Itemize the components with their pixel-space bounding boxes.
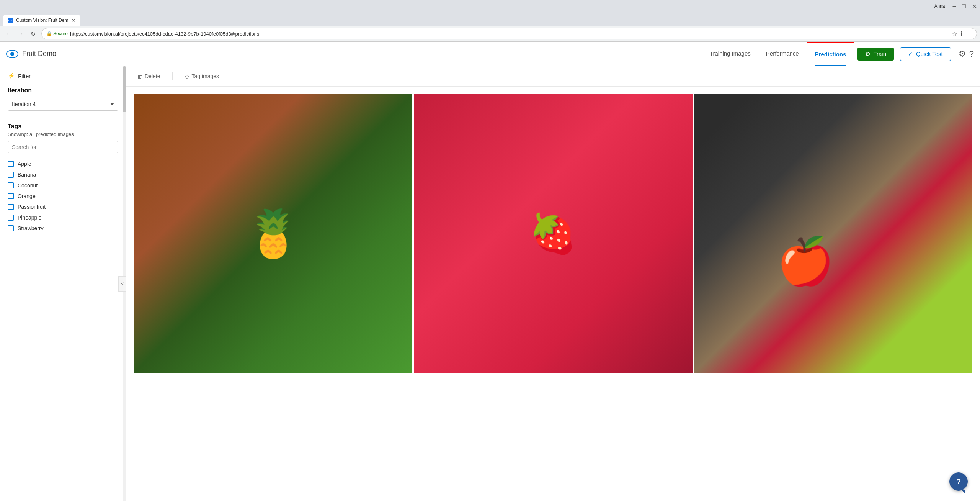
tag-checkbox-apple[interactable] bbox=[8, 161, 14, 167]
help-fab[interactable]: ? bbox=[949, 472, 968, 491]
browser-tab[interactable]: CV Custom Vision: Fruit Dem ✕ bbox=[3, 15, 80, 26]
app-logo: Fruit Demo bbox=[6, 48, 56, 60]
showing-label: Showing: all predicted images bbox=[8, 131, 118, 137]
logo-icon bbox=[6, 48, 18, 60]
train-gear-icon: ⚙ bbox=[865, 51, 870, 57]
tag-checkbox-orange[interactable] bbox=[8, 193, 14, 199]
tag-label-pineapple: Pineapple bbox=[18, 215, 41, 221]
user-name: Anna bbox=[934, 3, 945, 9]
images-grid bbox=[126, 87, 980, 380]
train-button[interactable]: ⚙ Train bbox=[858, 48, 894, 61]
collapse-sidebar-button[interactable]: < bbox=[118, 276, 126, 292]
check-icon: ✓ bbox=[908, 51, 913, 57]
nav-buttons: ← → ↻ bbox=[3, 28, 38, 39]
title-bar: Anna – □ ✕ bbox=[0, 0, 980, 12]
tag-images-button[interactable]: ◇ Tag images bbox=[182, 72, 222, 81]
content-toolbar: 🗑 Delete ◇ Tag images bbox=[126, 66, 980, 87]
content-area: 🗑 Delete ◇ Tag images bbox=[126, 66, 980, 501]
reload-button[interactable]: ↻ bbox=[28, 28, 38, 39]
main-layout: ⚡ Filter Iteration Iteration 4 Tags Show… bbox=[0, 66, 980, 501]
favicon: CV bbox=[8, 18, 13, 23]
tag-item-strawberry[interactable]: Strawberry bbox=[8, 223, 118, 234]
close-tab-button[interactable]: ✕ bbox=[71, 17, 76, 23]
tag-label-coconut: Coconut bbox=[18, 182, 38, 188]
nav-predictions[interactable]: Predictions bbox=[807, 42, 855, 66]
tags-title: Tags bbox=[8, 123, 118, 130]
close-button[interactable]: ✕ bbox=[972, 3, 977, 10]
tag-item-pineapple[interactable]: Pineapple bbox=[8, 212, 118, 223]
scroll-thumb[interactable] bbox=[123, 66, 126, 112]
url-text: https://customvision.ai/projects/ec4105d… bbox=[70, 31, 259, 37]
back-button[interactable]: ← bbox=[3, 28, 14, 39]
info-icon[interactable]: ℹ bbox=[960, 30, 963, 38]
tag-item-apple[interactable]: Apple bbox=[8, 159, 118, 169]
url-actions: ☆ ℹ ⋮ bbox=[952, 30, 972, 38]
iteration-dropdown[interactable]: Iteration 4 bbox=[8, 98, 118, 111]
tag-label-apple: Apple bbox=[18, 161, 31, 167]
tag-checkbox-banana[interactable] bbox=[8, 172, 14, 178]
tag-item-banana[interactable]: Banana bbox=[8, 169, 118, 180]
tag-label-orange: Orange bbox=[18, 193, 36, 199]
filter-label: Filter bbox=[18, 73, 31, 79]
delete-button[interactable]: 🗑 Delete bbox=[134, 72, 163, 81]
tag-checkbox-passionfruit[interactable] bbox=[8, 204, 14, 210]
tag-item-coconut[interactable]: Coconut bbox=[8, 180, 118, 191]
nav-performance[interactable]: Performance bbox=[758, 42, 807, 66]
tag-item-orange[interactable]: Orange bbox=[8, 191, 118, 202]
tag-label-passionfruit: Passionfruit bbox=[18, 204, 46, 210]
window-controls: – □ ✕ bbox=[952, 3, 977, 10]
browser-chrome: Anna – □ ✕ CV Custom Vision: Fruit Dem ✕… bbox=[0, 0, 980, 42]
tag-label-strawberry: Strawberry bbox=[18, 225, 44, 231]
maximize-button[interactable]: □ bbox=[962, 3, 966, 10]
settings-icon[interactable]: ⚙ bbox=[959, 49, 966, 59]
url-bar[interactable]: 🔒 Secure https://customvision.ai/project… bbox=[41, 28, 977, 39]
trash-icon: 🗑 bbox=[137, 73, 142, 79]
nav-training-images[interactable]: Training Images bbox=[702, 42, 758, 66]
filter-icon: ⚡ bbox=[8, 72, 15, 79]
app-title: Fruit Demo bbox=[22, 50, 56, 58]
tag-label-banana: Banana bbox=[18, 172, 36, 178]
tag-search-input[interactable] bbox=[8, 141, 118, 153]
tab-bar: CV Custom Vision: Fruit Dem ✕ bbox=[0, 12, 980, 26]
minimize-button[interactable]: – bbox=[952, 3, 956, 10]
address-bar: ← → ↻ 🔒 Secure https://customvision.ai/p… bbox=[0, 26, 980, 41]
help-fab-icon: ? bbox=[956, 477, 961, 486]
active-underline bbox=[815, 65, 846, 66]
menu-icon[interactable]: ⋮ bbox=[966, 30, 972, 38]
tab-title: Custom Vision: Fruit Dem bbox=[16, 18, 68, 23]
tags-section: Tags Showing: all predicted images Apple… bbox=[8, 123, 118, 234]
svg-point-1 bbox=[10, 52, 14, 56]
image-card-pineapple[interactable] bbox=[134, 94, 412, 373]
tag-checkbox-coconut[interactable] bbox=[8, 182, 14, 188]
tag-checkbox-strawberry[interactable] bbox=[8, 225, 14, 231]
forward-button[interactable]: → bbox=[15, 28, 26, 39]
image-card-strawberry[interactable] bbox=[414, 94, 692, 373]
help-icon[interactable]: ? bbox=[969, 49, 974, 59]
toolbar-divider bbox=[172, 72, 173, 80]
tag-checkbox-pineapple[interactable] bbox=[8, 215, 14, 221]
quick-test-button[interactable]: ✓ Quick Test bbox=[900, 47, 951, 61]
tag-icon: ◇ bbox=[185, 73, 189, 79]
tag-item-passionfruit[interactable]: Passionfruit bbox=[8, 202, 118, 212]
filter-header[interactable]: ⚡ Filter bbox=[8, 72, 118, 79]
sidebar: ⚡ Filter Iteration Iteration 4 Tags Show… bbox=[0, 66, 126, 501]
image-card-apple[interactable] bbox=[694, 94, 972, 373]
bookmark-icon[interactable]: ☆ bbox=[952, 30, 957, 38]
app-header: Fruit Demo Training Images Performance P… bbox=[0, 42, 980, 66]
sidebar-inner: ⚡ Filter Iteration Iteration 4 Tags Show… bbox=[0, 66, 126, 240]
header-nav: Training Images Performance Predictions bbox=[702, 42, 855, 66]
secure-badge: 🔒 Secure bbox=[46, 31, 68, 36]
iteration-section-title: Iteration bbox=[8, 87, 118, 94]
